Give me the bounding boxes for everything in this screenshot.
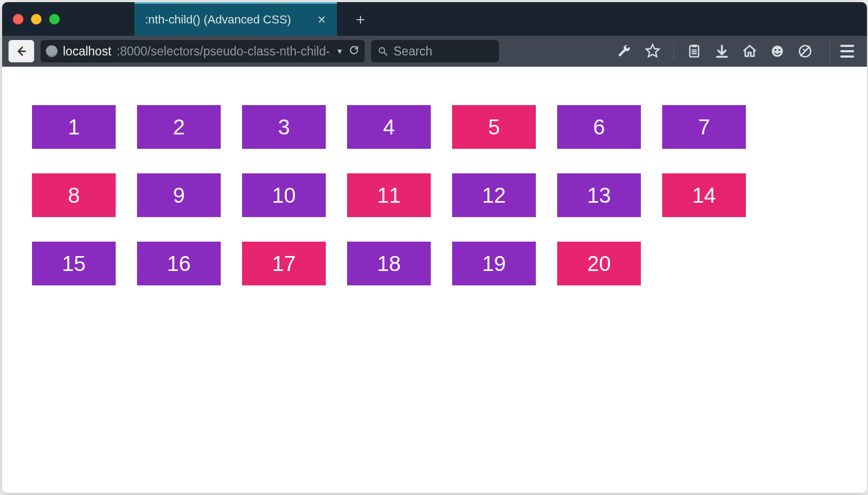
svg-point-5 [778,49,781,51]
grid-cell: 15 [32,242,116,285]
svg-point-4 [775,49,777,51]
bookmark-button[interactable] [645,43,661,59]
page-content: 1234567891011121314151617181920 [2,67,867,493]
hamburger-icon [840,45,854,47]
grid-cell: 13 [557,173,641,217]
zoom-window-button[interactable] [49,14,60,25]
titlebar: :nth-child() (Advanced CSS) ✕ ＋ [2,2,867,36]
grid-cell: 1 [32,105,116,149]
star-icon [645,43,661,59]
grid-cell: 20 [557,242,641,285]
grid-cell: 4 [347,105,431,149]
reload-button[interactable] [349,44,359,59]
tabstrip: :nth-child() (Advanced CSS) ✕ ＋ [70,2,867,36]
url-bar[interactable]: localhost :8000/selectors/pseudo-class-n… [41,40,365,62]
grid-cell: 14 [662,173,746,217]
grid-cell: 2 [137,105,221,149]
clipboard-icon [687,44,702,59]
globe-icon [46,45,58,57]
grid-cell: 6 [557,105,641,149]
grid-cell: 12 [452,173,536,217]
tab-spacer [70,2,134,36]
wrench-icon [617,44,632,59]
feedback-button[interactable] [770,44,785,59]
search-icon [377,46,388,57]
search-placeholder: Search [393,44,432,59]
grid-cell: 11 [347,173,431,217]
grid-cell: 10 [242,173,326,217]
grid-cell: 16 [137,242,221,285]
home-icon [742,44,757,59]
grid-cell: 18 [347,242,431,285]
url-host: localhost [63,44,111,59]
smiley-icon [770,44,785,59]
browser-window: :nth-child() (Advanced CSS) ✕ ＋ localhos… [2,2,867,493]
developer-button[interactable] [617,44,632,59]
grid-cell: 8 [32,173,116,217]
plus-icon: ＋ [353,9,368,29]
download-icon [714,44,729,59]
close-window-button[interactable] [13,14,23,25]
minimize-window-button[interactable] [31,14,42,25]
downloads-button[interactable] [714,44,729,59]
grid-cell: 9 [137,173,221,217]
home-button[interactable] [742,44,757,59]
grid: 1234567891011121314151617181920 [32,105,750,285]
new-tab-button[interactable]: ＋ [337,2,384,36]
grid-cell: 19 [452,242,536,285]
back-arrow-icon [15,45,27,57]
tab-active[interactable]: :nth-child() (Advanced CSS) ✕ [134,2,337,36]
toolbar: localhost :8000/selectors/pseudo-class-n… [2,36,867,67]
close-tab-icon[interactable]: ✕ [317,13,326,26]
separator [673,42,674,60]
history-dropdown-icon[interactable]: ▼ [336,47,343,55]
grid-cell: 7 [662,105,746,149]
tab-title: :nth-child() (Advanced CSS) [145,13,291,27]
svg-point-3 [772,46,783,57]
grid-cell: 3 [242,105,326,149]
noscript-button[interactable] [798,44,813,59]
back-button[interactable] [9,40,34,62]
reload-icon [349,45,359,55]
url-path: :8000/selectors/pseudo-class-nth-child-A… [117,44,331,59]
svg-rect-2 [692,45,696,47]
search-bar[interactable]: Search [371,40,499,62]
menu-button[interactable] [830,40,856,62]
grid-cell: 17 [242,242,326,285]
window-controls [2,2,70,36]
toolbar-icons [613,40,861,62]
clipboard-button[interactable] [687,44,702,59]
svg-rect-1 [690,46,698,57]
noscript-icon [798,44,813,59]
grid-cell: 5 [452,105,536,149]
